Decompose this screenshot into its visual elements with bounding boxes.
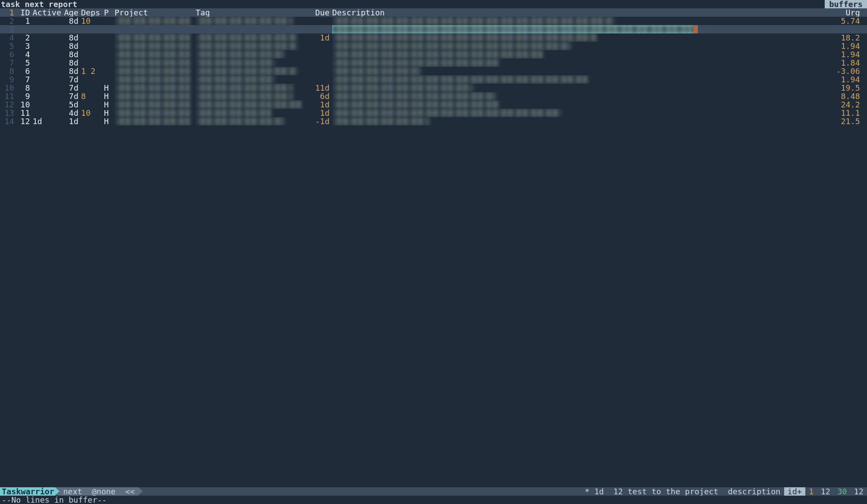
cell-description [332,67,698,75]
table-row[interactable]: 648d1.94 [0,50,867,59]
redacted-content [332,84,473,92]
redacted-content [115,109,189,117]
cell-lineno: 3 [0,25,17,33]
table-row[interactable]: 1087dH11d19.5 [0,84,867,92]
cell-urgency: 1.84 [698,59,867,67]
redacted-content [115,17,189,25]
redacted-content [115,59,189,67]
cell-deps [81,50,104,59]
redacted-content [196,100,301,109]
cell-urgency: 1.94 [698,42,867,50]
cell-deps: 8 [81,92,104,100]
cell-urgency [698,25,867,33]
table-row[interactable]: 538d1.94 [0,42,867,50]
cell-deps [81,42,104,50]
cell-deps: 1 2 [81,67,104,75]
cell-age: 8d [62,67,81,75]
table-row[interactable]: 14121d1dH-1d21.5 [0,117,867,125]
cell-tag [196,100,309,109]
cell-due: 11d [309,84,332,92]
cell-age: 7d [62,75,81,84]
cell-priority [104,25,115,33]
cell-priority [104,42,115,50]
redacted-content [332,109,561,117]
table-row[interactable]: 3 [0,25,867,33]
table-row[interactable]: 428d1d18.2 [0,33,867,42]
cell-active [33,84,62,92]
status-fill [143,487,581,496]
cell-priority [104,67,115,75]
cell-lineno: 14 [0,117,17,125]
cell-id: 5 [17,59,33,67]
cell-tag [196,25,309,33]
cell-lineno: 11 [0,92,17,100]
cell-deps [81,100,104,109]
redacted-content [196,42,297,50]
cell-active [33,25,62,33]
cell-age: 5d [62,100,81,109]
cell-project [115,33,196,42]
cell-age: 7d [62,92,81,100]
col-header-age: Age [62,8,81,17]
cell-due [309,50,332,59]
status-context-text: @none [92,487,115,496]
col-header-lineno: 1 [0,8,17,17]
cell-project [115,109,196,117]
cell-deps [81,117,104,125]
cell-id [17,25,33,33]
tab-buffers[interactable]: buffers [825,0,867,8]
redacted-content [332,100,500,109]
redacted-content [196,109,270,117]
cell-priority: H [104,117,115,125]
cell-project [115,17,196,25]
table-row[interactable]: 13114d10H1d11.1 [0,109,867,117]
cell-priority: H [104,100,115,109]
redacted-content [332,42,570,50]
table-row[interactable]: 1197d8H6d8.48 [0,92,867,100]
cell-lineno: 6 [0,50,17,59]
cell-urgency: 1.94 [698,75,867,84]
cell-id: 3 [17,42,33,50]
cell-id: 10 [17,100,33,109]
col-header-project: Project [115,8,196,17]
cell-due [309,59,332,67]
table-row[interactable]: 758d1.84 [0,59,867,67]
cell-age: 8d [62,17,81,25]
table-row[interactable]: 868d1 2-3.06 [0,67,867,75]
cell-age: 7d [62,84,81,92]
cell-description [332,17,698,25]
command-line[interactable]: --No lines in buffer-- [0,496,867,504]
redacted-content [332,75,588,84]
cell-project [115,67,196,75]
redacted-content [115,92,189,100]
table-row[interactable]: 218d105.74 [0,17,867,25]
cell-priority [104,50,115,59]
cell-tag [196,109,309,117]
redacted-content [332,92,495,100]
cell-description [332,25,698,33]
cell-due [309,25,332,33]
cell-lineno: 10 [0,84,17,92]
table-row[interactable]: 12105dH1d24.2 [0,100,867,109]
redacted-content [196,92,293,100]
cell-age: 8d [62,42,81,50]
cell-due [309,17,332,25]
cell-project [115,25,196,33]
col-header-p: P [104,8,115,17]
cell-urgency: 18.2 [698,33,867,42]
status-count-2: 12 [817,487,834,496]
cell-id: 4 [17,50,33,59]
status-chevrons: << [125,487,135,496]
cell-priority: H [104,109,115,117]
cell-id: 2 [17,33,33,42]
cell-active [33,50,62,59]
table-row[interactable]: 977d1.94 [0,75,867,84]
cell-active: 1d [33,117,62,125]
redacted-content [115,33,189,42]
redacted-content [196,33,297,42]
cell-tag [196,75,309,84]
redacted-content [332,59,500,67]
cell-tag [196,33,309,42]
cell-priority [104,75,115,84]
cell-priority [104,59,115,67]
